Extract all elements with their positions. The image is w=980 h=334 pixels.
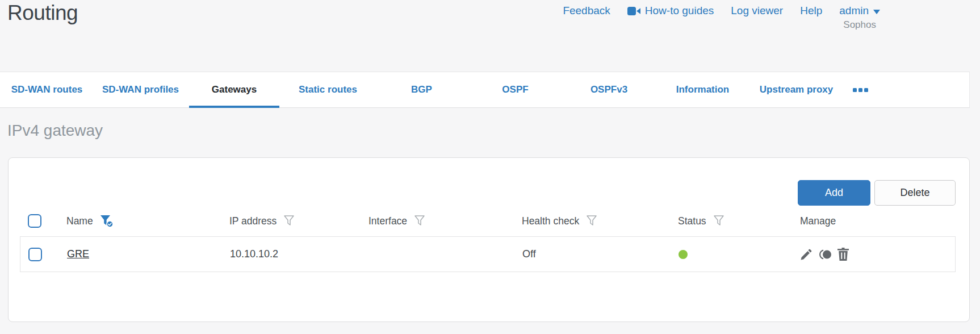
tab-ospfv3[interactable]: OSPFv3 <box>562 72 656 107</box>
column-label: Manage <box>800 215 836 227</box>
ipv4-gateway-panel: Add Delete Name IP address Interface <box>8 157 970 322</box>
column-label: Status <box>678 215 706 227</box>
page-title: Routing <box>7 1 78 25</box>
column-header-status: Status <box>671 215 793 227</box>
header-links: Feedback How-to guides Log viewer Help a… <box>563 5 880 17</box>
filter-funnel-icon[interactable] <box>713 215 724 227</box>
filter-funnel-icon[interactable] <box>283 215 295 227</box>
manage-cell <box>794 247 955 261</box>
filter-funnel-active-icon[interactable] <box>100 215 114 228</box>
ip-address-cell: 10.10.10.2 <box>223 248 362 260</box>
table-row: GRE 10.10.10.2 Off <box>20 237 955 272</box>
gateway-name-link[interactable]: GRE <box>67 248 89 260</box>
column-header-health-check: Health check <box>515 215 671 227</box>
delete-button[interactable]: Delete <box>874 180 956 206</box>
column-header-name: Name <box>60 215 223 228</box>
status-cell <box>672 250 794 259</box>
row-checkbox[interactable] <box>28 248 42 261</box>
help-label: Help <box>800 5 822 17</box>
clone-icon[interactable] <box>818 248 832 261</box>
how-to-guides-link[interactable]: How-to guides <box>627 5 714 17</box>
table-toolbar: Add Delete <box>20 158 956 206</box>
column-label: Name <box>66 215 93 227</box>
status-green-dot <box>679 250 688 259</box>
select-all-checkbox[interactable] <box>28 214 41 228</box>
column-label: Health check <box>522 215 579 227</box>
more-tabs-button[interactable] <box>843 72 877 107</box>
routing-tab-bar: SD-WAN routes SD-WAN profiles Gateways S… <box>0 72 970 108</box>
tab-information[interactable]: Information <box>656 72 749 107</box>
tab-bgp[interactable]: BGP <box>375 72 468 107</box>
filter-funnel-icon[interactable] <box>414 215 425 227</box>
column-label: IP address <box>229 215 277 227</box>
column-header-ip-address: IP address <box>223 215 362 227</box>
tab-static-routes[interactable]: Static routes <box>281 72 375 107</box>
add-button[interactable]: Add <box>798 180 870 206</box>
feedback-link[interactable]: Feedback <box>563 5 610 17</box>
ellipsis-icon <box>853 88 857 92</box>
table-body: GRE 10.10.10.2 Off <box>20 236 956 272</box>
name-cell: GRE <box>60 248 223 260</box>
edit-pencil-icon[interactable] <box>799 248 813 261</box>
tab-upstream-proxy[interactable]: Upstream proxy <box>749 72 843 107</box>
brand-label: Sophos <box>843 19 876 31</box>
row-checkbox-cell <box>20 248 60 261</box>
page-header: Routing Feedback How-to guides Log viewe… <box>0 0 980 72</box>
tab-gateways[interactable]: Gateways <box>187 72 281 107</box>
filter-funnel-icon[interactable] <box>586 215 597 227</box>
log-viewer-label: Log viewer <box>731 5 783 17</box>
column-header-manage: Manage <box>793 215 956 227</box>
ellipsis-icon <box>864 88 868 92</box>
feedback-label: Feedback <box>563 5 610 17</box>
health-check-cell: Off <box>516 248 672 260</box>
column-header-interface: Interface <box>362 215 515 227</box>
delete-trash-icon[interactable] <box>837 247 849 261</box>
tab-sd-wan-routes[interactable]: SD-WAN routes <box>0 72 94 107</box>
ellipsis-icon <box>858 88 862 92</box>
table-header-row: Name IP address Interface Health check <box>20 206 956 236</box>
tab-sd-wan-profiles[interactable]: SD-WAN profiles <box>94 72 187 107</box>
help-link[interactable]: Help <box>800 5 822 17</box>
admin-menu[interactable]: admin <box>839 5 880 17</box>
admin-label: admin <box>839 5 869 17</box>
chevron-down-icon <box>873 5 880 17</box>
log-viewer-link[interactable]: Log viewer <box>731 5 783 17</box>
header-checkbox-cell <box>20 214 60 228</box>
column-label: Interface <box>368 215 407 227</box>
video-camera-icon <box>627 7 640 15</box>
how-to-guides-label: How-to guides <box>645 5 714 17</box>
section-heading: IPv4 gateway <box>7 120 980 141</box>
tab-ospf[interactable]: OSPF <box>468 72 562 107</box>
